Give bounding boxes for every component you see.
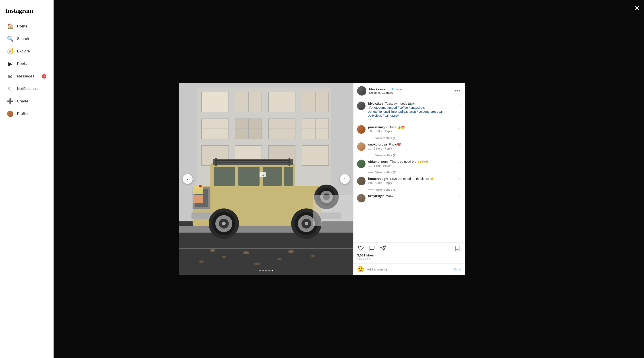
close-button[interactable]: ✕ [634, 4, 640, 12]
profile-icon [7, 111, 14, 117]
comment-heart-icon[interactable]: ♡ [456, 194, 461, 199]
comment-username[interactable]: uiriamu_noru [368, 160, 388, 164]
svg-point-33 [210, 249, 215, 252]
like-button[interactable] [357, 244, 364, 252]
sidebar-item-explore[interactable]: 🧭 Explore [2, 46, 52, 57]
comment-reply-button[interactable]: Reply [385, 147, 392, 150]
comment-avatar [357, 177, 366, 185]
home-icon: 🏠 [7, 23, 14, 30]
post-comment-button[interactable]: Post [454, 268, 461, 271]
comment-text: Wow [386, 194, 393, 198]
comment-text: Love the mood an the fit bro 👏 [390, 177, 434, 180]
view-replies-text: View replies (1) [375, 171, 396, 174]
svg-rect-32 [179, 248, 353, 249]
bookmark-button[interactable] [454, 244, 461, 252]
svg-rect-76 [313, 194, 353, 226]
dot-5 [272, 270, 273, 272]
svg-rect-53 [236, 167, 238, 186]
prev-image-button[interactable]: ‹ [183, 174, 192, 184]
svg-point-37 [288, 250, 294, 253]
comment-text: This is so good bro 🙌🙌🔥 [390, 160, 429, 164]
comment-button[interactable] [368, 244, 376, 252]
view-replies-button[interactable]: View replies (1) [368, 136, 461, 140]
comment-avatar [357, 194, 366, 202]
follow-button[interactable]: Follow [390, 87, 403, 91]
reels-icon: ▶ [7, 61, 14, 67]
post-author-username[interactable]: blvckxkev [369, 87, 385, 91]
svg-point-71 [304, 222, 308, 226]
sidebar-item-label: Messages [17, 74, 34, 78]
post-caption: blvckxkev Tuesday moods 📸☕ #photodump #m… [357, 102, 461, 122]
view-replies-button[interactable]: View replies (2) [368, 154, 461, 157]
sidebar-item-label: Search [17, 36, 29, 41]
sidebar-item-messages[interactable]: ✉ Messages 9 [2, 70, 52, 82]
comment-likes: 1 like [375, 130, 382, 133]
comment-avatar [357, 142, 366, 151]
caption-text: Tuesday moods 📸☕ [385, 102, 416, 105]
svg-point-34 [222, 256, 226, 258]
comment-likes: 2 likes [374, 147, 382, 150]
sidebar-item-label: Explore [17, 49, 30, 54]
next-image-button[interactable]: › [340, 174, 350, 184]
svg-rect-45 [215, 158, 217, 166]
comment-username[interactable]: uzeyirstyle [368, 194, 384, 198]
svg-rect-30 [302, 146, 329, 166]
comment-input[interactable] [367, 268, 451, 271]
caption-heart-icon[interactable]: ♡ [456, 102, 461, 107]
comment-meta: 1d 1 like Reply [368, 164, 454, 168]
actions-bar: 3,081 likes 1 DAY AGO [354, 242, 465, 263]
comment-heart-icon[interactable]: ♡ [456, 142, 461, 148]
comment-reply-button[interactable]: Reply [383, 164, 390, 168]
dot-1 [259, 270, 261, 272]
sidebar-item-label: Home [17, 24, 28, 28]
view-replies-line [368, 138, 374, 138]
profile-avatar [7, 111, 14, 117]
share-button[interactable] [379, 244, 387, 252]
view-replies-line [368, 155, 374, 155]
svg-point-35 [243, 251, 249, 254]
sidebar-item-notifications[interactable]: ♡ Notifications [2, 83, 52, 95]
sidebar-item-home[interactable]: 🏠 Home [2, 20, 52, 32]
comment-row: uzeyirstyle Wow ♡ [357, 194, 461, 202]
dot-2 [262, 270, 264, 272]
view-replies-button[interactable]: View replies (1) [368, 188, 461, 191]
sidebar-item-reels[interactable]: ▶ Reels [2, 58, 52, 70]
comment-heart-icon[interactable]: ♡ [456, 177, 461, 182]
comment-time: 17h [368, 130, 373, 133]
comment-body: snokoforova Photo❤️ 1d 2 likes Reply [368, 142, 454, 151]
svg-point-36 [277, 258, 282, 260]
svg-rect-59 [193, 195, 203, 203]
sidebar: Instagram 🏠 Home 🔍 Search 🧭 Explore ▶ Re… [0, 0, 54, 358]
svg-rect-41 [179, 226, 353, 232]
comment-time: 21h [368, 182, 373, 184]
comment-reply-button[interactable]: Reply [385, 182, 392, 184]
view-replies-line [368, 190, 374, 190]
comment-username[interactable]: jonasteinig [368, 126, 385, 129]
comment-meta: 1d 2 likes Reply [368, 147, 454, 150]
emoji-button[interactable]: 🙂 [357, 266, 364, 273]
svg-rect-46 [288, 158, 290, 166]
comments-area: blvckxkev Tuesday moods 📸☕ #photodump #m… [354, 99, 465, 242]
comment-heart-icon[interactable]: ♡ [456, 160, 461, 165]
messages-icon: ✉ [7, 73, 14, 80]
sidebar-item-search[interactable]: 🔍 Search [2, 33, 52, 45]
comment-avatar [357, 125, 366, 134]
caption-hashtags: #photodump #mood #coffee #snapshots #sho… [368, 106, 443, 118]
sidebar-item-profile[interactable]: Profile [2, 108, 52, 120]
view-replies-button[interactable]: View replies (1) [368, 171, 461, 174]
view-replies-text: View replies (1) [375, 188, 396, 191]
comment-username[interactable]: snokoforova [368, 142, 387, 146]
comment-body: jonasteinig ✓ Nice 👍🤩 17h 1 like Reply [368, 125, 454, 134]
post-header: blvckxkev · Follow Cologne, Germany ••• [354, 83, 465, 99]
comment-reply-button[interactable]: Reply [385, 130, 392, 133]
caption-time: 1d [368, 118, 454, 122]
notifications-icon: ♡ [7, 86, 14, 92]
view-replies-text: View replies (2) [375, 154, 396, 157]
caption-username[interactable]: blvckxkev [368, 102, 383, 105]
comment-heart-icon[interactable]: ♡ [456, 125, 461, 130]
post-header-info: blvckxkev · Follow Cologne, Germany [369, 87, 451, 94]
sidebar-item-create[interactable]: ➕ Create [2, 96, 52, 107]
svg-point-38 [311, 255, 315, 257]
comment-username[interactable]: huntervought [368, 177, 388, 180]
more-options-button[interactable]: ••• [454, 88, 461, 94]
